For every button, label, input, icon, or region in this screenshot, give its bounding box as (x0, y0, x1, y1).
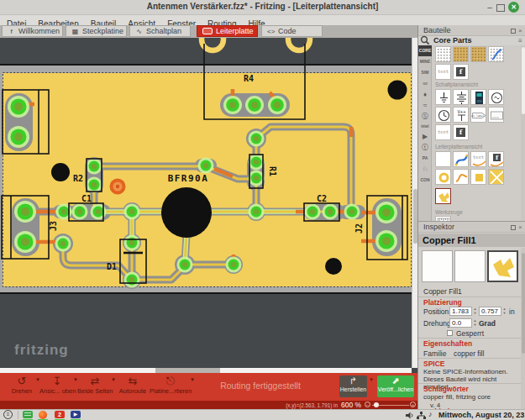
pcb-canvas[interactable]: R4 R2 C1 BFR90A D1 R1 C2 J2 J3 fritzing (0, 38, 417, 373)
browser-icon[interactable] (39, 411, 47, 419)
keepout-part[interactable] (488, 169, 504, 185)
close-icon[interactable]: × (518, 224, 522, 231)
parts-scrollbar[interactable] (521, 45, 525, 221)
music-note-icon[interactable]: ♪ (428, 410, 433, 418)
parts-panel-header[interactable]: Bauteile × (418, 25, 525, 36)
maximize-button[interactable] (496, 4, 505, 12)
bin-tab-con[interactable]: CON (418, 175, 432, 186)
file-manager-icon[interactable] (23, 411, 33, 418)
tab-leiterplatte[interactable]: Leiterplatte (197, 25, 258, 37)
position-x-field[interactable]: 1.783 (449, 307, 472, 316)
chevron-down-icon[interactable]: ▼ (369, 377, 374, 382)
scrollbar-thumb[interactable] (522, 253, 525, 354)
bin-tab-adafruit[interactable]: ∞ (418, 78, 432, 89)
transistor-body[interactable] (161, 187, 212, 238)
logo-part[interactable]: f (453, 124, 469, 140)
trace-part[interactable] (453, 169, 469, 185)
bin-tab-sim[interactable]: SIM (418, 67, 432, 78)
tab-steckplatine[interactable]: ▦Steckplatine (66, 25, 127, 37)
bin-tab-brand[interactable]: ♘ (418, 164, 432, 175)
pcb-tab-icon (202, 28, 213, 34)
bin-tab-snootlab[interactable]: Ⓢ (418, 111, 432, 122)
autoroute-button[interactable]: ⇆ Autoroute (117, 375, 149, 399)
bin-tab-parallax[interactable]: ▶ (418, 131, 432, 142)
via[interactable] (110, 179, 126, 195)
spinner-arrows[interactable]: ▲▼ (473, 307, 477, 316)
breadboard-wire-part[interactable] (488, 46, 504, 62)
minimize-button[interactable]: – (485, 3, 495, 13)
ground-part[interactable] (435, 89, 451, 105)
parts-row (435, 46, 504, 62)
bin-tab-sparkfun[interactable]: ♦ (418, 89, 432, 100)
undock-icon[interactable] (511, 29, 516, 34)
position-y-field[interactable]: 0.757 (479, 307, 501, 316)
zoom-out-button[interactable]: – (365, 402, 370, 407)
tab-willkommen[interactable]: fWillkommen (2, 25, 63, 37)
tab-code[interactable]: <>Code (261, 25, 323, 37)
frame-part[interactable] (488, 107, 504, 123)
locked-checkbox[interactable] (447, 330, 453, 336)
bin-menu-icon[interactable]: ≡ (518, 38, 522, 45)
title-bar: Antenmen Verstärker.fzz* - Fritzing - [L… (0, 0, 525, 15)
spinner-arrows[interactable]: ▲▼ (473, 318, 477, 328)
bin-tab-telefonica[interactable]: ⓣ (418, 142, 432, 153)
label-c1: C1 (81, 194, 92, 203)
ac-source-part[interactable] (488, 89, 504, 105)
inspector-scrollbar[interactable] (521, 248, 525, 409)
close-icon[interactable]: × (518, 28, 522, 34)
publish-button[interactable]: ⬈ Veröff...lichen (377, 375, 414, 397)
stripboard2-part[interactable] (470, 46, 486, 62)
inspector-header[interactable]: Inspektor × (418, 222, 525, 233)
app-menu-icon[interactable]: ≡ (3, 410, 13, 419)
export-board-button[interactable]: ⎋ Platine...rtieren ▼ (150, 375, 192, 399)
search-icon[interactable] (420, 35, 430, 45)
text-part[interactable]: text (435, 64, 451, 80)
rotation-field[interactable]: 0.0 (449, 318, 472, 328)
canvas-vertical-scrollbar[interactable] (412, 38, 417, 368)
fabricate-button[interactable]: ↱ Herstellen (339, 375, 367, 397)
copper-fill-part[interactable] (435, 188, 451, 204)
bin-tab-intel[interactable]: intel (418, 122, 432, 131)
rotate-button[interactable]: ↺ Drehen ▼ (5, 375, 39, 399)
logo-part[interactable]: f (453, 64, 469, 80)
clock-part[interactable] (435, 107, 451, 123)
selected-part-title: Copper Fill1 (418, 234, 525, 245)
jumper-wire-part[interactable] (453, 151, 469, 167)
pcb-text-part[interactable]: text (470, 151, 486, 167)
scrollbar-thumb[interactable] (522, 47, 525, 114)
volume-icon[interactable] (406, 412, 414, 419)
power-vcc-part[interactable]: V++ (453, 107, 469, 123)
chevron-down-icon[interactable]: ▼ (190, 377, 195, 382)
mcu-module-part[interactable] (470, 89, 486, 105)
copper-pad-part[interactable] (470, 169, 486, 185)
bin-tab-core[interactable]: CORE (418, 45, 432, 56)
stripboard-part[interactable] (453, 46, 469, 62)
via-part[interactable] (435, 169, 451, 185)
zoom-slider-handle[interactable] (374, 402, 379, 407)
network-icon[interactable] (417, 412, 426, 419)
zoom-in-button[interactable]: + (410, 402, 416, 407)
spinner-arrows[interactable]: ▲▼ (502, 307, 507, 316)
chevron-down-icon[interactable]: ▼ (111, 377, 116, 382)
tags-value: copper fill, fritzing core (423, 393, 517, 401)
bin-tab-picaxe[interactable]: PA (418, 153, 432, 164)
updates-icon[interactable]: 2 (55, 411, 65, 418)
bin-tab-seeed[interactable]: ≈ (418, 100, 432, 111)
view-from-top-button[interactable]: ↧ Ansic... oben ▼ (39, 375, 75, 399)
text-part[interactable]: text (435, 124, 451, 140)
pcb-view-swatch[interactable] (487, 250, 518, 282)
schematic-view-swatch[interactable] (454, 250, 486, 282)
bin-tab-mine[interactable]: MINE (418, 56, 432, 67)
view-tab-bar: fWillkommen▦Steckplatine∿SchaltplanLeite… (0, 25, 417, 38)
blank-board-part[interactable] (435, 151, 451, 167)
media-player-icon[interactable]: ▶ (71, 411, 81, 418)
perfboard-part[interactable] (435, 46, 451, 62)
battery-part[interactable] (453, 89, 469, 105)
both-sides-button[interactable]: ⇄ Beide Seiten ▼ (77, 375, 113, 399)
breadboard-view-swatch[interactable] (422, 250, 453, 282)
net-label-part[interactable]: net label (470, 107, 486, 123)
tab-schaltplan[interactable]: ∿Schaltplan (129, 25, 191, 37)
close-button[interactable]: ✕ (508, 2, 519, 13)
pcb-logo-part[interactable]: f (488, 151, 504, 167)
undock-icon[interactable] (511, 225, 516, 230)
